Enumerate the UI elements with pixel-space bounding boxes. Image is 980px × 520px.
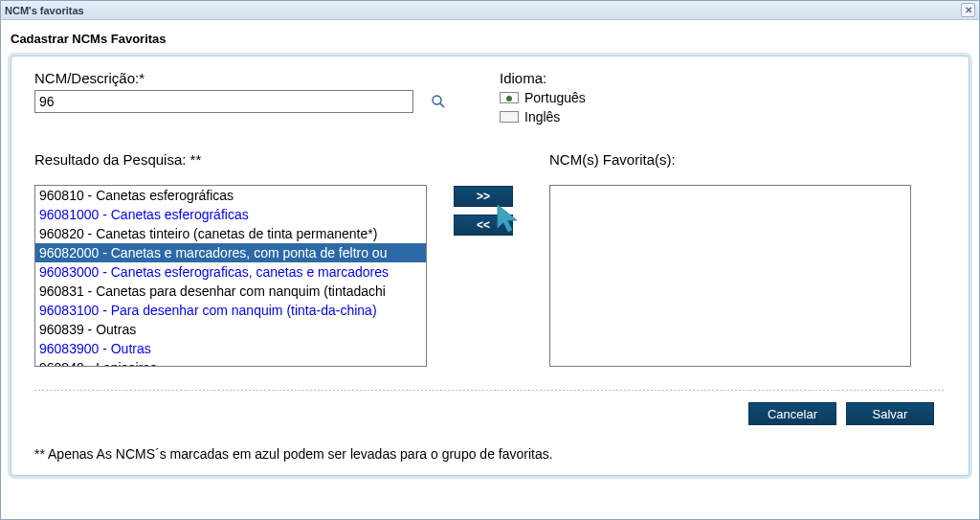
idioma-en-label: Inglês [524, 107, 560, 126]
list-item[interactable]: 96083000 - Canetas esferograficas, canet… [35, 262, 426, 282]
ncm-input-row [34, 90, 446, 113]
idioma-option-pt[interactable]: Português [500, 88, 586, 107]
favorites-window: NCM's favoritas ✕ Cadastrar NCMs Favorit… [0, 0, 980, 520]
cancel-button[interactable]: Cancelar [748, 402, 836, 425]
list-item[interactable]: 96081000 - Canetas esferográficas [35, 205, 426, 224]
list-item[interactable]: 96082000 - Canetas e marcadores, com pon… [35, 243, 426, 262]
page-subtitle: Cadastrar NCMs Favoritas [11, 32, 969, 46]
titlebar: NCM's favoritas ✕ [1, 1, 979, 20]
content-area: Cadastrar NCMs Favoritas NCM/Descrição:* [1, 20, 979, 489]
idioma-block: Idioma: Português Inglês [500, 70, 586, 126]
list-item[interactable]: 960810 - Canetas esferográficas [35, 186, 426, 205]
close-icon: ✕ [965, 5, 972, 15]
idioma-option-en[interactable]: Inglês [500, 107, 586, 126]
transfer-column: >> << [454, 186, 513, 236]
list-item[interactable]: 96083900 - Outras [35, 339, 426, 358]
search-icon[interactable] [431, 94, 446, 109]
ncm-input[interactable] [34, 90, 413, 113]
mid-section: Resultado da Pesquisa: ** 960810 - Canet… [34, 151, 946, 367]
list-item[interactable]: 960831 - Canetas para desenhar com nanqu… [35, 282, 426, 301]
results-listbox[interactable]: 960810 - Canetas esferográficas96081000 … [34, 185, 427, 367]
remove-from-favorites-button[interactable]: << [454, 215, 513, 236]
add-to-favorites-button[interactable]: >> [454, 186, 513, 207]
results-label: Resultado da Pesquisa: ** [34, 151, 427, 168]
ncm-label: NCM/Descrição:* [34, 70, 446, 86]
list-item[interactable]: 96083100 - Para desenhar com nanquim (ti… [35, 301, 426, 320]
favorites-column: NCM(s) Favorita(s): [549, 151, 911, 367]
footnote: ** Apenas As NCMS´s marcadas em azul pod… [34, 446, 946, 462]
svg-line-1 [440, 103, 444, 107]
idioma-label: Idioma: [500, 70, 586, 86]
window-title: NCM's favoritas [5, 5, 84, 16]
footer-buttons: Cancelar Salvar [34, 402, 946, 425]
idioma-pt-label: Português [524, 88, 586, 107]
list-item[interactable]: 960840 - Lapiseiras [35, 358, 426, 367]
svg-point-0 [433, 96, 441, 104]
list-item[interactable]: 960820 - Canetas tinteiro (canetas de ti… [35, 224, 426, 243]
favorites-label: NCM(s) Favorita(s): [549, 151, 911, 168]
list-item[interactable]: 960839 - Outras [35, 320, 426, 339]
ncm-field-block: NCM/Descrição:* [34, 70, 446, 113]
close-button[interactable]: ✕ [961, 3, 975, 17]
flag-br-icon [500, 92, 519, 103]
flag-en-icon [500, 111, 519, 123]
top-row: NCM/Descrição:* Idioma: [34, 70, 946, 126]
main-panel: NCM/Descrição:* Idioma: [11, 56, 969, 476]
results-column: Resultado da Pesquisa: ** 960810 - Canet… [34, 151, 427, 367]
favorites-listbox[interactable] [549, 185, 911, 367]
save-button[interactable]: Salvar [846, 402, 934, 425]
divider [34, 390, 946, 391]
